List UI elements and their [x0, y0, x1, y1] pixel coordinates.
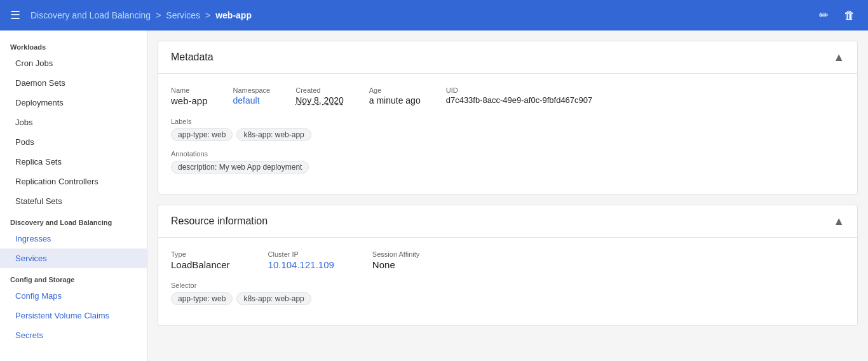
resource-type-field: Type LoadBalancer: [171, 250, 230, 270]
metadata-name-label: Name: [171, 86, 208, 94]
sidebar: Workloads Cron Jobs Daemon Sets Deployme…: [0, 31, 147, 361]
metadata-annotations-chips: description: My web App deployment: [171, 161, 844, 174]
sidebar-item-cron-jobs[interactable]: Cron Jobs: [0, 53, 147, 73]
selector-chip-0: app-type: web: [171, 292, 233, 305]
sidebar-section-workloads: Workloads: [0, 36, 147, 53]
sidebar-item-daemon-sets[interactable]: Daemon Sets: [0, 73, 147, 93]
resource-card-body: Type LoadBalancer Cluster IP 10.104.121.…: [158, 238, 857, 325]
metadata-uid-label: UID: [446, 86, 593, 94]
resource-selector-chips: app-type: web k8s-app: web-app: [171, 292, 844, 305]
metadata-annotations-label: Annotations: [171, 150, 208, 158]
metadata-name-value: web-app: [171, 95, 208, 106]
metadata-card-title: Metadata: [171, 51, 214, 63]
breadcrumb-current: web-app: [215, 10, 252, 20]
metadata-annotations-section: Annotations description: My web App depl…: [171, 149, 844, 174]
annotation-chip-0: description: My web App deployment: [171, 161, 309, 174]
breadcrumb: Discovery and Load Balancing > Services …: [31, 10, 817, 20]
resource-session-affinity-field: Session Affinity None: [372, 250, 419, 270]
body-layout: Workloads Cron Jobs Daemon Sets Deployme…: [0, 31, 868, 361]
breadcrumb-sep-1: >: [156, 10, 161, 20]
sidebar-item-replication-controllers[interactable]: Replication Controllers: [0, 172, 147, 191]
resource-session-affinity-label: Session Affinity: [372, 250, 419, 258]
edit-button[interactable]: ✏: [817, 6, 831, 25]
resource-session-affinity-value: None: [372, 259, 419, 270]
breadcrumb-link-discovery[interactable]: Discovery and Load Balancing: [31, 10, 151, 20]
sidebar-item-pods[interactable]: Pods: [0, 132, 147, 152]
metadata-card-body: Name web-app Namespace default Created N…: [158, 74, 857, 194]
resource-type-label: Type: [171, 250, 230, 258]
metadata-card-header: Metadata ▲: [158, 41, 857, 74]
metadata-collapse-button[interactable]: ▲: [833, 51, 844, 63]
metadata-namespace-value: default: [233, 95, 271, 106]
metadata-namespace-field: Namespace default: [233, 86, 271, 106]
metadata-labels-section: Labels app-type: web k8s-app: web-app: [171, 116, 844, 141]
sidebar-section-config: Config and Storage: [0, 268, 147, 286]
resource-card: Resource information ▲ Type LoadBalancer…: [158, 205, 858, 326]
app-header: ☰ Discovery and Load Balancing > Service…: [0, 0, 868, 31]
resource-cluster-ip-field: Cluster IP 10.104.121.109: [268, 250, 334, 270]
metadata-uid-field: UID d7c433fb-8acc-49e9-af0c-9fbfd467c907: [446, 86, 593, 106]
sidebar-item-ingresses[interactable]: Ingresses: [0, 229, 147, 249]
sidebar-item-jobs[interactable]: Jobs: [0, 112, 147, 132]
metadata-card: Metadata ▲ Name web-app Namespace defaul…: [158, 41, 858, 194]
sidebar-item-config-maps[interactable]: Config Maps: [0, 286, 147, 306]
resource-selector-label: Selector: [171, 282, 196, 289]
metadata-age-value: a minute ago: [369, 95, 421, 106]
resource-selector-section: Selector app-type: web k8s-app: web-app: [171, 280, 844, 305]
sidebar-item-services[interactable]: Services: [0, 249, 147, 268]
sidebar-item-replica-sets[interactable]: Replica Sets: [0, 152, 147, 172]
header-actions: ✏ 🗑: [817, 6, 858, 25]
metadata-namespace-label: Namespace: [233, 86, 271, 94]
main-content: Metadata ▲ Name web-app Namespace defaul…: [147, 31, 868, 361]
label-chip-0: app-type: web: [171, 128, 233, 141]
label-chip-1: k8s-app: web-app: [236, 128, 311, 141]
menu-icon[interactable]: ☰: [10, 8, 20, 22]
metadata-created-field: Created Nov 8, 2020: [295, 86, 344, 106]
metadata-name-field: Name web-app: [171, 86, 208, 106]
sidebar-item-stateful-sets[interactable]: Stateful Sets: [0, 191, 147, 211]
sidebar-item-deployments[interactable]: Deployments: [0, 93, 147, 112]
sidebar-item-pvc[interactable]: Persistent Volume Claims: [0, 306, 147, 325]
selector-chip-1: k8s-app: web-app: [236, 292, 311, 305]
metadata-age-field: Age a minute ago: [369, 86, 421, 106]
metadata-created-value: Nov 8, 2020: [295, 95, 344, 106]
metadata-age-label: Age: [369, 86, 421, 94]
resource-collapse-button[interactable]: ▲: [833, 215, 844, 227]
resource-type-value: LoadBalancer: [171, 259, 230, 270]
sidebar-section-discovery: Discovery and Load Balancing: [0, 211, 147, 229]
metadata-uid-value: d7c433fb-8acc-49e9-af0c-9fbfd467c907: [446, 95, 593, 105]
resource-top-row: Type LoadBalancer Cluster IP 10.104.121.…: [171, 250, 844, 270]
resource-cluster-ip-value: 10.104.121.109: [268, 259, 334, 270]
resource-cluster-ip-label: Cluster IP: [268, 250, 334, 258]
breadcrumb-link-services[interactable]: Services: [166, 10, 200, 20]
resource-card-header: Resource information ▲: [158, 205, 857, 238]
metadata-top-row: Name web-app Namespace default Created N…: [171, 86, 844, 106]
metadata-labels-label: Labels: [171, 118, 191, 125]
breadcrumb-sep-2: >: [205, 10, 210, 20]
delete-button[interactable]: 🗑: [841, 6, 858, 25]
metadata-created-label: Created: [295, 86, 344, 94]
resource-card-title: Resource information: [171, 215, 268, 227]
metadata-labels-chips: app-type: web k8s-app: web-app: [171, 128, 844, 141]
sidebar-item-secrets[interactable]: Secrets: [0, 325, 147, 345]
